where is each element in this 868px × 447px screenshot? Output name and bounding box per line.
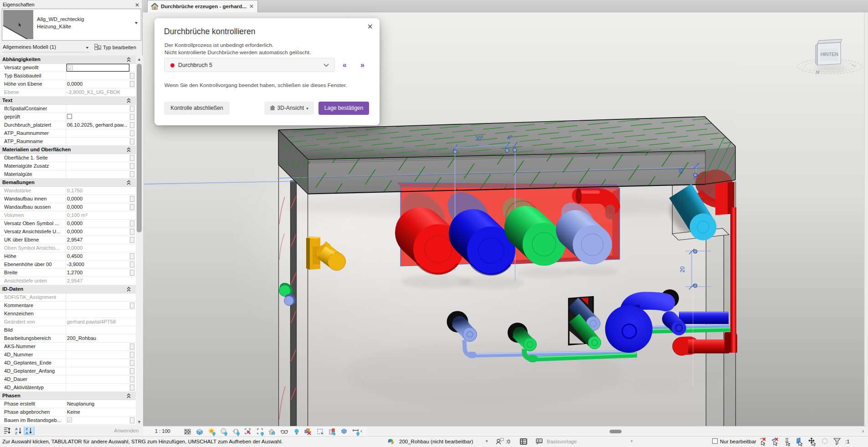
svg-text:N: N [816, 70, 820, 75]
svg-text:Z: Z [15, 431, 17, 435]
svg-text:20: 20 [679, 266, 686, 272]
svg-text:A: A [26, 431, 28, 435]
svg-text:45: 45 [678, 168, 684, 174]
svg-text:HINTEN: HINTEN [820, 51, 838, 57]
svg-text:Z: Z [26, 427, 28, 431]
svg-text:A: A [15, 427, 18, 431]
